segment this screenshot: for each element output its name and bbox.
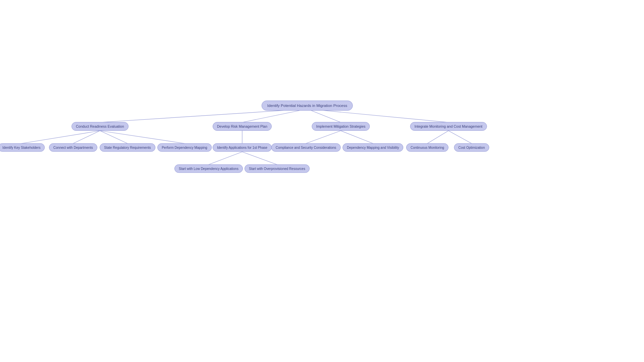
node-dependency-visibility: Dependency Mapping and Visibility: [342, 143, 403, 152]
node-identify-stakeholders: Identify Key Stakeholders: [0, 143, 45, 152]
connector-layer: [0, 0, 644, 362]
svg-line-1: [242, 109, 307, 122]
svg-line-9: [306, 131, 341, 143]
node-develop-risk: Develop Risk Management Plan: [213, 122, 272, 131]
diagram-container: Identify Potential Hazards in Migration …: [0, 0, 644, 362]
node-cost-optimization: Cost Optimization: [454, 143, 489, 152]
svg-line-5: [73, 131, 100, 143]
svg-line-12: [448, 131, 472, 143]
svg-line-7: [100, 131, 184, 143]
node-integrate-monitoring: Integrate Monitoring and Cost Management: [410, 122, 487, 131]
node-continuous-monitoring: Continuous Monitoring: [406, 143, 448, 152]
node-implement-mitigation: Implement Mitigation Strategies: [312, 122, 370, 131]
root-node: Identify Potential Hazards in Migration …: [262, 101, 353, 111]
svg-line-10: [341, 131, 373, 143]
node-perform-dependency: Perform Dependency Mapping: [157, 143, 212, 152]
svg-line-13: [209, 152, 242, 165]
svg-line-11: [427, 131, 448, 143]
svg-line-0: [100, 109, 307, 122]
svg-line-14: [242, 152, 277, 165]
node-connect-departments: Connect with Departments: [49, 143, 97, 152]
svg-line-4: [21, 131, 100, 143]
node-low-dependency: Start with Low Dependency Applications: [174, 165, 243, 173]
node-overprovisioned: Start with Overprovisioned Resources: [245, 165, 310, 173]
svg-line-6: [100, 131, 127, 143]
svg-line-2: [307, 109, 341, 122]
node-compliance-security: Compliance and Security Considerations: [271, 143, 341, 152]
svg-line-3: [307, 109, 448, 122]
node-state-regulatory: State Regulatory Requirements: [100, 143, 155, 152]
node-identify-applications: Identify Applications for 1st Phase: [213, 143, 272, 152]
node-conduct-readiness: Conduct Readiness Evaluation: [71, 122, 128, 131]
